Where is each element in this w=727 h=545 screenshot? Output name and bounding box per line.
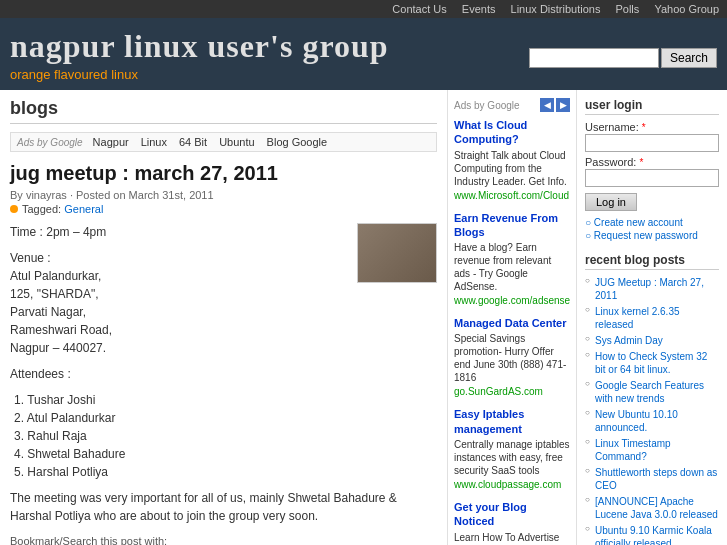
ad-url-3: www.cloudpassage.com: [454, 479, 570, 490]
attendee-5: 5. Harshal Potliya: [14, 463, 437, 481]
attendee-3: 3. Rahul Raja: [14, 427, 437, 445]
post-image: [357, 223, 437, 283]
recent-post-0: JUG Meetup : March 27, 2011: [585, 276, 719, 302]
ad-title-3[interactable]: Easy Iptables management: [454, 407, 570, 436]
bookmark-bar: Bookmark/Search this post with: ✉ d r ★ …: [10, 535, 437, 545]
ad-title-2[interactable]: Managed Data Center: [454, 316, 570, 330]
post-paragraph: The meeting was very important for all o…: [10, 489, 437, 525]
attendee-4: 4. Shwetal Bahadure: [14, 445, 437, 463]
recent-post-link-2[interactable]: Sys Admin Day: [595, 335, 663, 346]
ad-item-4: Get your Blog Noticed Learn How To Adver…: [454, 500, 570, 545]
ads-link-64bit[interactable]: 64 Bit: [179, 136, 207, 148]
ad-item-0: What Is Cloud Computing? Straight Talk a…: [454, 118, 570, 201]
bookmark-label: Bookmark/Search this post with:: [10, 535, 167, 545]
password-label: Password: *: [585, 156, 719, 168]
ad-title-1[interactable]: Earn Revenue From Blogs: [454, 211, 570, 240]
recent-post-link-0[interactable]: JUG Meetup : March 27, 2011: [595, 277, 704, 301]
recent-post-5: New Ubuntu 10.10 announced.: [585, 408, 719, 434]
search-button[interactable]: Search: [661, 48, 717, 68]
nav-events[interactable]: Events: [462, 3, 496, 15]
ad-item-3: Easy Iptables management Centrally manag…: [454, 407, 570, 490]
ad-title-4[interactable]: Get your Blog Noticed: [454, 500, 570, 529]
recent-post-2: Sys Admin Day: [585, 334, 719, 347]
username-input[interactable]: [585, 134, 719, 152]
ads-nav-buttons: ◀ ▶: [540, 98, 570, 112]
request-password-link[interactable]: Request new password: [585, 230, 719, 241]
recent-post-link-1[interactable]: Linux kernel 2.6.35 released: [595, 306, 680, 330]
page-heading: blogs: [10, 98, 437, 124]
password-required: *: [639, 157, 643, 168]
search-input[interactable]: [529, 48, 659, 68]
ads-by-google-label: Ads by Google: [17, 137, 83, 148]
left-content: blogs Ads by Google Nagpur Linux 64 Bit …: [0, 90, 447, 545]
username-required: *: [642, 122, 646, 133]
ad-desc-4: Learn How To Advertise Your Blog. Get yo…: [454, 531, 570, 545]
recent-post-link-4[interactable]: Google Search Features with new trends: [595, 380, 704, 404]
top-navigation: Contact Us Events Linux Distributions Po…: [0, 0, 727, 18]
recent-posts-list: JUG Meetup : March 27, 2011 Linux kernel…: [585, 276, 719, 545]
ad-url-1: www.google.com/adsense: [454, 295, 570, 306]
recent-post-6: Linux Timestamp Command?: [585, 437, 719, 463]
ads-link-nagpur[interactable]: Nagpur: [93, 136, 129, 148]
ad-item-1: Earn Revenue From Blogs Have a blog? Ear…: [454, 211, 570, 307]
ads-next-button[interactable]: ▶: [556, 98, 570, 112]
ad-title-0[interactable]: What Is Cloud Computing?: [454, 118, 570, 147]
ad-desc-3: Centrally manage iptables instances with…: [454, 438, 570, 477]
site-header: nagpur linux user's group orange flavour…: [0, 18, 727, 90]
ad-url-2: go.SunGardAS.com: [454, 386, 570, 397]
nav-polls[interactable]: Polls: [615, 3, 639, 15]
nav-yahoo[interactable]: Yahoo Group: [654, 3, 719, 15]
attendees-list: 1. Tushar Joshi 2. Atul Palandurkar 3. R…: [14, 391, 437, 481]
search-area: Search: [529, 48, 717, 68]
nav-linux-dist[interactable]: Linux Distributions: [511, 3, 601, 15]
recent-post-link-9[interactable]: Ubuntu 9.10 Karmic Koala officially rele…: [595, 525, 712, 545]
password-input[interactable]: [585, 169, 719, 187]
ads-bar: Ads by Google Nagpur Linux 64 Bit Ubuntu…: [10, 132, 437, 152]
login-section-title: user login: [585, 98, 719, 115]
recent-post-7: Shuttleworth steps down as CEO: [585, 466, 719, 492]
ads-link-ubuntu[interactable]: Ubuntu: [219, 136, 254, 148]
recent-post-1: Linux kernel 2.6.35 released: [585, 305, 719, 331]
recent-post-4: Google Search Features with new trends: [585, 379, 719, 405]
login-button[interactable]: Log in: [585, 193, 637, 211]
ad-desc-0: Straight Talk about Cloud Computing from…: [454, 149, 570, 188]
user-login-section: user login Username: * Password: * Log i…: [585, 98, 719, 241]
post-meta: By vinayras · Posted on March 31st, 2011: [10, 189, 437, 201]
nav-contact[interactable]: Contact Us: [392, 3, 446, 15]
ad-desc-2: Special Savings promotion- Hurry Offer e…: [454, 332, 570, 384]
main-layout: blogs Ads by Google Nagpur Linux 64 Bit …: [0, 90, 727, 545]
attendee-2: 2. Atul Palandurkar: [14, 409, 437, 427]
post-meta-text: By vinayras · Posted on March 31st, 2011: [10, 189, 214, 201]
middle-ads-column: Ads by Google ◀ ▶ What Is Cloud Computin…: [447, 90, 577, 545]
ad-desc-1: Have a blog? Earn revenue from relevant …: [454, 241, 570, 293]
ad-url-0: www.Microsoft.com/Cloud: [454, 190, 570, 201]
blog-post: jug meetup : march 27, 2011 By vinayras …: [10, 162, 437, 545]
recent-posts-section: recent blog posts JUG Meetup : March 27,…: [585, 253, 719, 545]
recent-post-8: [ANNOUNCE] Apache Lucene Java 3.0.0 rele…: [585, 495, 719, 521]
attendee-1: 1. Tushar Joshi: [14, 391, 437, 409]
recent-post-link-3[interactable]: How to Check System 32 bit or 64 bit lin…: [595, 351, 707, 375]
post-body: Time : 2pm – 4pm Venue : Atul Palandurka…: [10, 223, 437, 525]
middle-ads-by-label: Ads by Google: [454, 100, 520, 111]
recent-post-link-6[interactable]: Linux Timestamp Command?: [595, 438, 671, 462]
tagged-label: Tagged:: [22, 203, 61, 215]
ad-item-2: Managed Data Center Special Savings prom…: [454, 316, 570, 397]
middle-ads-header: Ads by Google ◀ ▶: [454, 98, 570, 112]
tagged-link[interactable]: General: [64, 203, 103, 215]
attendees-label: Attendees :: [10, 365, 437, 383]
site-tagline: orange flavoured linux: [10, 67, 717, 82]
recent-post-link-8[interactable]: [ANNOUNCE] Apache Lucene Java 3.0.0 rele…: [595, 496, 718, 520]
ads-link-blog-google[interactable]: Blog Google: [267, 136, 328, 148]
recent-post-link-7[interactable]: Shuttleworth steps down as CEO: [595, 467, 717, 491]
create-account-link[interactable]: Create new account: [585, 217, 719, 228]
recent-post-3: How to Check System 32 bit or 64 bit lin…: [585, 350, 719, 376]
recent-posts-title: recent blog posts: [585, 253, 719, 270]
tag-bullet: [10, 205, 18, 213]
ads-link-linux[interactable]: Linux: [141, 136, 167, 148]
ads-prev-button[interactable]: ◀: [540, 98, 554, 112]
post-title: jug meetup : march 27, 2011: [10, 162, 437, 185]
recent-post-9: Ubuntu 9.10 Karmic Koala officially rele…: [585, 524, 719, 545]
recent-post-link-5[interactable]: New Ubuntu 10.10 announced.: [595, 409, 678, 433]
post-tagged: Tagged: General: [10, 203, 437, 215]
login-links: Create new account Request new password: [585, 217, 719, 241]
